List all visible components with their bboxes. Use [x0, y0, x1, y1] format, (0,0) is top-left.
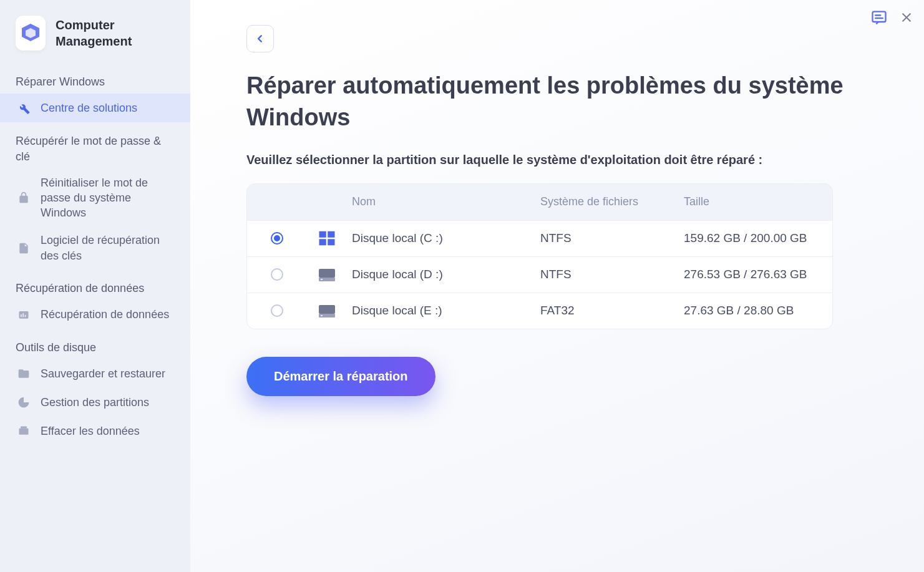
- backup-icon: [16, 366, 32, 382]
- col-header-fs: Système de fichiers: [540, 195, 684, 208]
- partition-fs: NTFS: [540, 268, 684, 281]
- sidebar-item-backup[interactable]: Sauvegarder et restaurer: [0, 359, 190, 388]
- svg-rect-13: [319, 269, 335, 278]
- partition-radio[interactable]: [271, 232, 283, 245]
- sidebar-item-label: Centre de solutions: [41, 100, 137, 115]
- svg-rect-7: [21, 427, 27, 429]
- partition-size: 276.53 GB / 276.63 GB: [684, 268, 827, 281]
- main-content: Réparer automatiquement les problèmes du…: [190, 0, 924, 572]
- sidebar-item-key-recovery[interactable]: Logiciel de récupération des clés: [0, 226, 190, 269]
- partition-fs: NTFS: [540, 231, 684, 245]
- partition-radio[interactable]: [271, 268, 283, 281]
- back-button[interactable]: [246, 25, 274, 52]
- close-icon[interactable]: [900, 11, 913, 26]
- page-subtitle: Veuillez sélectionner la partition sur l…: [246, 153, 880, 167]
- partition-row[interactable]: Disque local (D :) NTFS 276.53 GB / 276.…: [247, 256, 832, 293]
- svg-rect-11: [319, 239, 326, 245]
- feedback-icon[interactable]: [870, 9, 888, 29]
- erase-icon: [16, 423, 32, 439]
- data-recover-icon: [16, 306, 32, 322]
- section-header: Récupération de données: [0, 269, 190, 300]
- sidebar-item-label: Logiciel de récupération des clés: [41, 233, 175, 263]
- partition-icon: [16, 394, 32, 410]
- svg-rect-9: [319, 231, 326, 238]
- page-title: Réparer automatiquement les problèmes du…: [246, 70, 845, 134]
- svg-rect-8: [873, 12, 886, 22]
- drive-icon: [302, 266, 352, 283]
- table-header-row: Nom Système de fichiers Taille: [247, 184, 832, 220]
- app-logo-icon: [16, 16, 46, 51]
- sidebar-item-label: Effacer les données: [41, 424, 140, 439]
- partition-row[interactable]: Disque local (C :) NTFS 159.62 GB / 200.…: [247, 220, 832, 256]
- svg-rect-10: [328, 231, 334, 238]
- sidebar-item-solutions[interactable]: Centre de solutions: [0, 94, 190, 122]
- chevron-left-icon: [256, 34, 265, 44]
- wrench-icon: [16, 100, 32, 116]
- partition-name: Disque local (C :): [352, 231, 540, 245]
- svg-rect-18: [321, 315, 323, 316]
- section-header: Réparer Windows: [0, 63, 190, 94]
- partition-fs: FAT32: [540, 304, 684, 318]
- key-doc-icon: [16, 240, 32, 256]
- svg-rect-12: [328, 239, 334, 245]
- partition-size: 27.63 GB / 28.80 GB: [684, 304, 827, 318]
- svg-rect-15: [321, 279, 323, 280]
- section-header: Outils de disque: [0, 329, 190, 359]
- partition-size: 159.62 GB / 200.00 GB: [684, 231, 827, 245]
- svg-rect-16: [319, 305, 335, 314]
- app-name: Computer Management: [56, 17, 175, 49]
- sidebar-item-label: Gestion des partitions: [41, 395, 149, 410]
- svg-rect-5: [25, 315, 26, 317]
- partition-name: Disque local (D :): [352, 268, 540, 281]
- svg-rect-3: [21, 314, 22, 317]
- svg-rect-6: [19, 429, 29, 435]
- partition-name: Disque local (E :): [352, 304, 540, 318]
- sidebar-item-reset-password[interactable]: Réinitialiser le mot de passe du système…: [0, 169, 190, 227]
- start-repair-button[interactable]: Démarrer la réparation: [246, 357, 435, 396]
- col-header-size: Taille: [684, 195, 827, 208]
- section-header: Récupérér le mot de passe & clé: [0, 122, 190, 168]
- sidebar-item-label: Réinitialiser le mot de passe du système…: [41, 175, 175, 221]
- partition-row[interactable]: Disque local (E :) FAT32 27.63 GB / 28.8…: [247, 293, 832, 329]
- windows-drive-icon: [302, 229, 352, 248]
- sidebar-item-partitions[interactable]: Gestion des partitions: [0, 388, 190, 417]
- col-header-name: Nom: [352, 195, 540, 208]
- drive-icon: [302, 303, 352, 319]
- sidebar: Computer Management Réparer Windows Cent…: [0, 0, 190, 572]
- sidebar-item-label: Récupération de données: [41, 307, 169, 322]
- sidebar-item-label: Sauvegarder et restaurer: [41, 366, 165, 381]
- partition-table: Nom Système de fichiers Taille Disque lo…: [246, 183, 833, 329]
- partition-radio[interactable]: [271, 304, 283, 317]
- sidebar-item-erase[interactable]: Effacer les données: [0, 417, 190, 445]
- lock-icon: [16, 190, 32, 206]
- svg-rect-4: [22, 314, 24, 318]
- sidebar-item-data-recovery[interactable]: Récupération de données: [0, 300, 190, 329]
- app-logo-block: Computer Management: [0, 16, 190, 63]
